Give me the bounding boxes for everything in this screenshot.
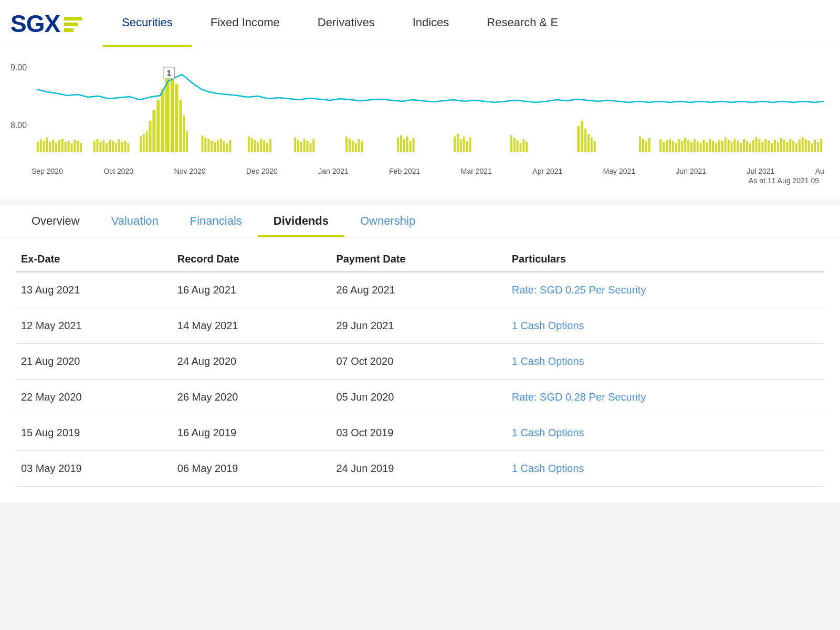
svg-rect-42 bbox=[207, 139, 209, 152]
svg-rect-17 bbox=[99, 142, 101, 152]
tab-financials[interactable]: Financials bbox=[174, 205, 258, 237]
svg-rect-46 bbox=[220, 139, 222, 152]
svg-rect-143 bbox=[795, 143, 797, 152]
nav-item-indices[interactable]: Indices bbox=[394, 0, 468, 47]
svg-rect-141 bbox=[789, 139, 791, 152]
svg-rect-72 bbox=[400, 135, 402, 152]
svg-rect-44 bbox=[214, 142, 216, 152]
nav-item-research[interactable]: Research & E bbox=[468, 0, 577, 47]
logo-bars bbox=[64, 17, 82, 32]
svg-rect-94 bbox=[594, 141, 596, 152]
cell-ex-date: 22 May 2020 bbox=[16, 380, 172, 415]
svg-rect-106 bbox=[681, 141, 683, 152]
svg-rect-67 bbox=[352, 141, 354, 152]
svg-rect-35 bbox=[171, 71, 174, 152]
svg-rect-28 bbox=[143, 134, 145, 152]
chart-y-label-mid: 8.00 bbox=[10, 121, 27, 130]
main-nav: Securities Fixed Income Derivatives Indi… bbox=[103, 0, 577, 47]
svg-rect-41 bbox=[204, 138, 206, 152]
svg-rect-71 bbox=[397, 138, 399, 152]
svg-rect-21 bbox=[112, 141, 114, 152]
as-at-label: As at 11 Aug 2021 09 bbox=[32, 175, 824, 187]
svg-rect-137 bbox=[777, 142, 779, 152]
svg-rect-51 bbox=[251, 138, 253, 152]
cell-particulars[interactable]: Rate: SGD 0.25 Per Security bbox=[507, 272, 824, 308]
svg-rect-119 bbox=[721, 141, 723, 152]
svg-rect-77 bbox=[454, 136, 456, 152]
svg-rect-15 bbox=[93, 141, 96, 152]
tab-dividends[interactable]: Dividends bbox=[258, 205, 344, 237]
tab-overview[interactable]: Overview bbox=[16, 205, 96, 237]
price-chart: 1 bbox=[32, 58, 824, 163]
svg-rect-81 bbox=[466, 141, 468, 152]
svg-rect-136 bbox=[774, 140, 776, 152]
svg-rect-48 bbox=[226, 143, 228, 152]
x-label-feb2021: Feb 2021 bbox=[389, 167, 420, 175]
cell-record-date: 06 May 2019 bbox=[172, 451, 331, 487]
svg-rect-126 bbox=[743, 139, 745, 152]
svg-rect-93 bbox=[591, 138, 593, 152]
svg-rect-107 bbox=[684, 138, 686, 152]
table-row: 03 May 201906 May 201924 Jun 20191 Cash … bbox=[16, 451, 824, 487]
x-label-mar2021: Mar 2021 bbox=[461, 167, 492, 175]
cell-particulars[interactable]: 1 Cash Options bbox=[507, 308, 824, 344]
svg-rect-109 bbox=[690, 142, 692, 152]
svg-rect-20 bbox=[109, 140, 111, 152]
logo-text: SGX bbox=[10, 9, 60, 38]
cell-particulars[interactable]: 1 Cash Options bbox=[507, 451, 824, 487]
svg-rect-102 bbox=[669, 139, 671, 152]
svg-rect-99 bbox=[659, 139, 662, 152]
svg-rect-9 bbox=[65, 142, 67, 152]
svg-rect-150 bbox=[817, 142, 819, 152]
svg-rect-110 bbox=[694, 139, 696, 152]
svg-rect-2 bbox=[43, 141, 45, 152]
svg-rect-25 bbox=[124, 141, 126, 152]
svg-rect-63 bbox=[309, 143, 311, 152]
col-header-record-date: Record Date bbox=[172, 244, 331, 272]
cell-payment-date: 05 Jun 2020 bbox=[331, 380, 506, 415]
tabs-section: Overview Valuation Financials Dividends … bbox=[0, 205, 840, 237]
svg-rect-147 bbox=[808, 141, 810, 152]
chart-y-label-top: 9.00 bbox=[10, 63, 27, 72]
cell-payment-date: 07 Oct 2020 bbox=[331, 344, 506, 380]
cell-record-date: 26 May 2020 bbox=[172, 380, 331, 415]
svg-rect-23 bbox=[118, 139, 120, 152]
x-label-nov2020: Nov 2020 bbox=[174, 167, 206, 175]
tab-ownership[interactable]: Ownership bbox=[344, 205, 431, 237]
header: SGX Securities Fixed Income Derivatives … bbox=[0, 0, 840, 47]
svg-rect-130 bbox=[755, 137, 758, 152]
cell-particulars[interactable]: Rate: SGD 0.28 Per Security bbox=[507, 380, 824, 415]
svg-rect-32 bbox=[156, 100, 160, 152]
svg-rect-4 bbox=[49, 142, 51, 152]
nav-item-securities[interactable]: Securities bbox=[103, 0, 192, 47]
svg-rect-104 bbox=[675, 143, 677, 152]
svg-rect-49 bbox=[229, 140, 232, 152]
svg-rect-145 bbox=[802, 137, 804, 152]
col-header-ex-date: Ex-Date bbox=[16, 244, 172, 272]
svg-rect-1 bbox=[40, 139, 42, 152]
nav-item-derivatives[interactable]: Derivatives bbox=[299, 0, 394, 47]
cell-record-date: 16 Aug 2019 bbox=[172, 415, 331, 451]
chart-container: 9.00 8.00 bbox=[0, 47, 840, 200]
svg-rect-131 bbox=[758, 139, 760, 152]
svg-rect-91 bbox=[584, 129, 586, 152]
cell-ex-date: 15 Aug 2019 bbox=[16, 415, 172, 451]
svg-rect-52 bbox=[254, 140, 256, 152]
svg-rect-116 bbox=[712, 141, 714, 152]
svg-rect-59 bbox=[297, 140, 299, 152]
svg-rect-111 bbox=[697, 141, 699, 152]
x-label-jun2021: Jun 2021 bbox=[676, 167, 706, 175]
cell-particulars[interactable]: 1 Cash Options bbox=[507, 344, 824, 380]
nav-item-fixed-income[interactable]: Fixed Income bbox=[192, 0, 299, 47]
svg-rect-53 bbox=[257, 142, 259, 152]
cell-particulars[interactable]: 1 Cash Options bbox=[507, 415, 824, 451]
svg-rect-123 bbox=[733, 139, 736, 152]
svg-rect-64 bbox=[312, 139, 314, 152]
svg-rect-60 bbox=[300, 142, 302, 152]
svg-rect-7 bbox=[58, 140, 60, 152]
svg-rect-22 bbox=[115, 143, 117, 152]
cell-record-date: 14 May 2021 bbox=[172, 308, 331, 344]
dividends-table: Ex-Date Record Date Payment Date Particu… bbox=[16, 244, 824, 487]
tab-valuation[interactable]: Valuation bbox=[96, 205, 174, 237]
logo-area: SGX bbox=[10, 0, 82, 47]
